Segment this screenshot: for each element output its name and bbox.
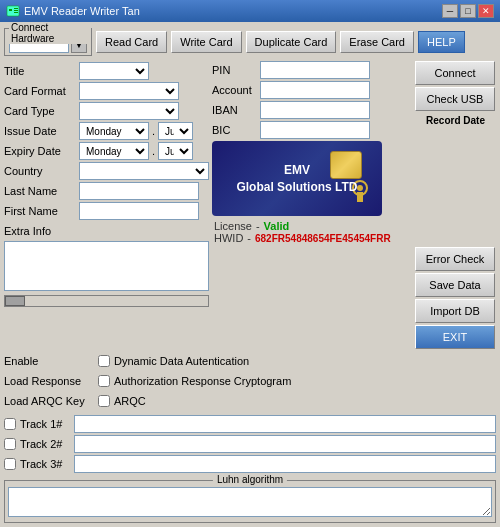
account-label: Account xyxy=(212,84,257,96)
left-form: Title Card Format Card Type xyxy=(4,61,412,349)
scrollbar[interactable] xyxy=(4,295,209,307)
issue-date-label: Issue Date xyxy=(4,125,76,137)
track3-input[interactable] xyxy=(74,455,496,473)
write-card-button[interactable]: Write Card xyxy=(171,31,241,53)
track2-input[interactable] xyxy=(74,435,496,453)
issue-date-dot: . xyxy=(152,125,155,137)
issue-date-day-select[interactable]: Monday xyxy=(79,122,149,140)
extra-info-label: Extra Info xyxy=(4,225,76,237)
luhn-label: Luhn algorithm xyxy=(213,474,287,485)
extra-info-textarea[interactable] xyxy=(4,241,209,291)
load-response-row: Load Response Authorization Response Cry… xyxy=(4,372,496,390)
luhn-input[interactable] xyxy=(8,487,492,517)
bic-row: BIC xyxy=(212,121,412,139)
title-select[interactable] xyxy=(79,62,149,80)
dynamic-data-label: Dynamic Data Autentication xyxy=(114,355,249,367)
track2-row: Track 2# xyxy=(4,435,496,453)
first-name-label: First Name xyxy=(4,205,76,217)
first-name-input[interactable] xyxy=(79,202,199,220)
hwid-value: 682FR54848654FE45454FRR xyxy=(255,233,391,244)
bottom-section: Enable Dynamic Data Autentication Load R… xyxy=(4,352,496,410)
track1-label: Track 1# xyxy=(20,418,70,430)
iban-label: IBAN xyxy=(212,104,257,116)
license-label: License xyxy=(214,220,252,232)
title-row: Title xyxy=(4,61,209,81)
iban-input[interactable] xyxy=(260,101,370,119)
expiry-date-dot: . xyxy=(152,145,155,157)
country-select[interactable] xyxy=(79,162,209,180)
card-line1: EMV xyxy=(236,162,357,179)
auth-crypto-checkbox[interactable] xyxy=(98,375,110,387)
right-panel: Connect Check USB Record Date Error Chec… xyxy=(415,61,496,349)
error-check-button[interactable]: Error Check xyxy=(415,247,495,271)
expiry-date-row: Expiry Date Monday . Jul xyxy=(4,141,209,161)
dynamic-data-checkbox[interactable] xyxy=(98,355,110,367)
title-pin-area: Title Card Format Card Type xyxy=(4,61,412,307)
bic-input[interactable] xyxy=(260,121,370,139)
hwid-label: HWID xyxy=(214,232,243,244)
minimize-button[interactable]: ─ xyxy=(442,4,458,18)
svg-rect-1 xyxy=(9,9,12,11)
luhn-section: Luhn algorithm xyxy=(4,480,496,523)
issue-date-month-select[interactable]: Jul xyxy=(158,122,193,140)
main-content: Connect Hardware ▼ Read Card Write Card … xyxy=(0,22,500,527)
spacer xyxy=(415,128,496,245)
check-usb-button[interactable]: Check USB xyxy=(415,87,495,111)
read-card-button[interactable]: Read Card xyxy=(96,31,167,53)
erase-card-button[interactable]: Erase Card xyxy=(340,31,414,53)
track3-row: Track 3# xyxy=(4,455,496,473)
svg-rect-3 xyxy=(14,10,18,11)
load-arqc-row: Load ARQC Key ARQC xyxy=(4,392,496,410)
issue-date-row: Issue Date Monday . Jul xyxy=(4,121,209,141)
import-db-button[interactable]: Import DB xyxy=(415,299,495,323)
expiry-date-month-select[interactable]: Jul xyxy=(158,142,193,160)
hwid-dash: - xyxy=(247,232,251,244)
track2-label: Track 2# xyxy=(20,438,70,450)
expiry-date-label: Expiry Date xyxy=(4,145,76,157)
expiry-date-day-select[interactable]: Monday xyxy=(79,142,149,160)
arqc-checkbox[interactable] xyxy=(98,395,110,407)
last-name-input[interactable] xyxy=(79,182,199,200)
extra-info-row: Extra Info xyxy=(4,221,209,241)
hwid-row: HWID - 682FR54848654FE45454FRR xyxy=(214,232,410,244)
toolbar: Connect Hardware ▼ Read Card Write Card … xyxy=(4,26,496,58)
scrollbar-thumb xyxy=(5,296,25,306)
record-date-label: Record Date xyxy=(415,115,496,126)
maximize-button[interactable]: □ xyxy=(460,4,476,18)
country-label: Country xyxy=(4,165,76,177)
duplicate-card-button[interactable]: Duplicate Card xyxy=(246,31,337,53)
track2-checkbox[interactable] xyxy=(4,438,16,450)
title-bar-controls: ─ □ ✕ xyxy=(442,4,494,18)
title-bar-left: EMV Reader Writer Tan xyxy=(6,4,140,18)
card-type-select[interactable] xyxy=(79,102,179,120)
track1-row: Track 1# xyxy=(4,415,496,433)
svg-rect-4 xyxy=(14,12,18,13)
help-button[interactable]: HELP xyxy=(418,31,465,53)
track3-checkbox[interactable] xyxy=(4,458,16,470)
license-row: License - Valid xyxy=(214,220,410,232)
save-data-button[interactable]: Save Data xyxy=(415,273,495,297)
first-name-row: First Name xyxy=(4,201,209,221)
svg-rect-2 xyxy=(14,8,18,9)
pin-label: PIN xyxy=(212,64,257,76)
title-section: Title Card Format Card Type xyxy=(4,61,209,307)
card-img-text: EMV Global Solutions LTD xyxy=(236,162,357,196)
connect-hardware-group: Connect Hardware ▼ xyxy=(4,28,92,56)
track1-input[interactable] xyxy=(74,415,496,433)
card-format-select[interactable] xyxy=(79,82,179,100)
exit-button[interactable]: EXIT xyxy=(415,325,495,349)
track1-checkbox[interactable] xyxy=(4,418,16,430)
emv-card-image: EMV Global Solutions LTD xyxy=(212,141,382,216)
license-area: License - Valid HWID - 682FR54848654FE45… xyxy=(212,218,412,246)
account-input[interactable] xyxy=(260,81,370,99)
account-row: Account xyxy=(212,81,412,99)
country-row: Country xyxy=(4,161,209,181)
middle-area: Title Card Format Card Type xyxy=(4,61,496,349)
last-name-row: Last Name xyxy=(4,181,209,201)
right-form-section: PIN Account IBAN BIC xyxy=(212,61,412,307)
close-button[interactable]: ✕ xyxy=(478,4,494,18)
pin-row: PIN xyxy=(212,61,412,79)
pin-input[interactable] xyxy=(260,61,370,79)
card-type-row: Card Type xyxy=(4,101,209,121)
connect-button[interactable]: Connect xyxy=(415,61,495,85)
